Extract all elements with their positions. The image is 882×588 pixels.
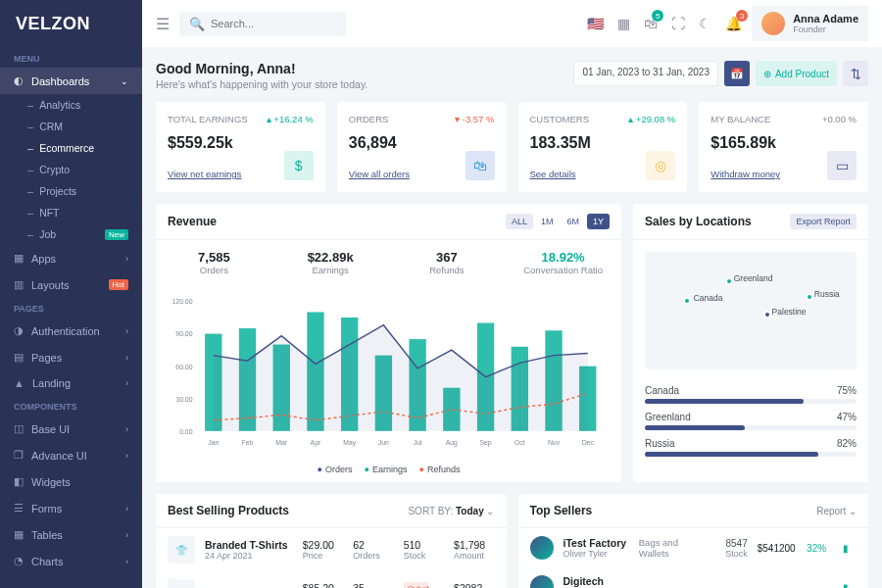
seller-logo [530, 575, 554, 588]
tab-1y[interactable]: 1Y [587, 214, 610, 229]
bestselling-card: Best Selling Products SORT BY: Today ⌄ 👕… [156, 494, 507, 588]
date-range[interactable]: 01 Jan, 2023 to 31 Jan, 2023 [573, 61, 718, 86]
locations-card: Sales by Locations Export Report Greenla… [633, 204, 868, 482]
kpi-link[interactable]: View all orders [349, 169, 410, 179]
kpi-card: ORDERS▾ -3.57 % 36,894 View all orders 🛍 [337, 102, 507, 192]
cart-icon[interactable]: 🛍5 [644, 16, 658, 31]
stack-icon: ◫ [14, 422, 24, 435]
sidebar-item-crypto[interactable]: –Crypto [0, 159, 142, 180]
kpi-value: $559.25k [168, 134, 314, 152]
tab-6m[interactable]: 6M [561, 214, 585, 229]
greeting-sub: Here's what's happening with your store … [156, 78, 368, 90]
kpi-card: TOTAL EARNINGS▴ +16.24 % $559.25k View n… [156, 102, 325, 192]
svg-text:Apr: Apr [311, 439, 321, 447]
sidebar-baseui[interactable]: ◫Base UI› [0, 416, 142, 442]
flag-icon[interactable]: 🇺🇸 [587, 16, 604, 31]
svg-text:120.00: 120.00 [172, 298, 193, 305]
calendar-button[interactable]: 📅 [724, 61, 750, 86]
sidebar-advanceui[interactable]: ❒Advance UI› [0, 442, 142, 468]
export-report-button[interactable]: Export Report [790, 214, 857, 229]
svg-text:Mar: Mar [275, 439, 288, 446]
sidebar-widgets[interactable]: ◧Widgets [0, 468, 142, 495]
svg-text:90.00: 90.00 [175, 330, 192, 337]
pages-icon: ▤ [14, 351, 24, 364]
grid-icon: ▦ [14, 252, 24, 265]
kpi-icon: 🛍 [466, 151, 495, 180]
kpi-link[interactable]: Withdraw money [710, 169, 780, 179]
user-menu[interactable]: Anna Adame Founder [752, 6, 868, 41]
kpi-label: MY BALANCE [710, 114, 770, 124]
revenue-card: Revenue ALL 1M 6M 1Y 7,585Orders$22.89kE… [156, 204, 621, 482]
gauge-icon: ◐ [14, 74, 24, 87]
seller-row[interactable]: Digitech Galaxy ▮ [518, 567, 869, 588]
add-product-button[interactable]: ⊕Add Product [756, 61, 837, 86]
sidebar-layouts[interactable]: ▥LayoutsHot [0, 271, 142, 298]
revenue-chart: 0.0030.0060.0090.00120.00JanFebMarAprMay… [156, 285, 621, 461]
sidebar-item-analytics[interactable]: –Analytics [0, 94, 142, 116]
user-name: Anna Adame [793, 13, 858, 24]
sidebar-item-crm[interactable]: –CRM [0, 116, 142, 137]
plus-icon: ⊕ [763, 69, 771, 79]
seller-row[interactable]: iTest FactoryOliver Tyler Bags and Walle… [518, 528, 869, 567]
product-thumb: 👕 [168, 536, 195, 564]
product-row[interactable]: 👕 Branded T-Shirts24 Apr 2021 $29.00Pric… [156, 528, 507, 571]
svg-text:0.00: 0.00 [179, 428, 193, 435]
apps-icon[interactable]: ▦ [617, 16, 630, 31]
layers-icon: ❒ [14, 449, 24, 462]
topsellers-card: Top Sellers Report ⌄ iTest FactoryOliver… [518, 494, 869, 588]
revenue-stat: $22.89kEarnings [272, 250, 389, 275]
sidebar-charts[interactable]: ◔Charts› [0, 548, 142, 574]
moon-icon[interactable]: ☾ [699, 16, 711, 31]
sidebar-item-ecommerce[interactable]: –Ecommerce [0, 137, 142, 159]
kpi-label: TOTAL EARNINGS [168, 114, 248, 124]
bell-badge: 3 [736, 10, 748, 22]
sidebar-section-menu: MENU [0, 48, 142, 68]
widget-icon: ◧ [14, 475, 24, 488]
tab-all[interactable]: ALL [506, 214, 533, 229]
hamburger-icon[interactable]: ☰ [156, 15, 170, 33]
sidebar-item-job[interactable]: –JobNew [0, 223, 142, 245]
sidebar-authentication[interactable]: ◑Authentication› [0, 318, 142, 344]
sidebar-item-projects[interactable]: –Projects [0, 180, 142, 202]
kpi-value: $165.89k [710, 134, 857, 152]
locations-title: Sales by Locations [645, 215, 752, 228]
kpi-icon: ▭ [827, 151, 857, 180]
sort-by-dropdown[interactable]: SORT BY: Today ⌄ [408, 506, 494, 516]
sidebar-item-nft[interactable]: –NFT [0, 202, 142, 223]
badge-new: New [105, 229, 128, 240]
kpi-link[interactable]: View net earnings [168, 169, 241, 179]
layout-icon: ▥ [14, 278, 24, 291]
chart-legend: Orders Earnings Refunds [156, 461, 621, 482]
brand-logo: VELZON [0, 0, 142, 48]
options-button[interactable]: ⇅ [843, 61, 868, 86]
revenue-stat: 7,585Orders [156, 250, 272, 275]
svg-text:Dec: Dec [582, 439, 595, 446]
revenue-title: Revenue [168, 215, 217, 228]
sidebar-section-components: COMPONENTS [0, 396, 142, 416]
report-link[interactable]: Report ⌄ [816, 506, 857, 516]
tab-1m[interactable]: 1M [535, 214, 560, 229]
fullscreen-icon[interactable]: ⛶ [671, 16, 685, 31]
badge-hot: Hot [109, 279, 128, 290]
chevron-right-icon: › [125, 254, 128, 264]
world-map: Greenland Canada Russia Palestine [645, 252, 857, 369]
svg-text:Nov: Nov [548, 439, 561, 446]
kpi-link[interactable]: See details [530, 169, 576, 179]
sidebar-tables[interactable]: ▦Tables› [0, 521, 142, 548]
search-field[interactable] [211, 18, 336, 29]
sidebar-apps[interactable]: ▦Apps› [0, 245, 142, 271]
search-input[interactable]: 🔍 [179, 12, 346, 36]
chevron-down-icon: ⌄ [121, 76, 128, 86]
revenue-stat: 367Refunds [389, 250, 506, 275]
location-row: Greenland47% [645, 412, 857, 430]
sidebar-pages[interactable]: ▤Pages› [0, 344, 142, 370]
search-icon: 🔍 [189, 17, 205, 31]
user-icon: ◑ [14, 324, 24, 337]
bell-icon[interactable]: 🔔3 [725, 16, 742, 31]
kpi-pct: ▾ -3.57 % [455, 114, 494, 124]
sidebar-forms[interactable]: ☰Forms› [0, 495, 142, 521]
sidebar-landing[interactable]: ▲Landing› [0, 370, 142, 396]
product-row[interactable]: 👕 Bentwood Chair $85.20Price 35Orders Ou… [156, 571, 507, 588]
sidebar-dashboards[interactable]: ◐ Dashboards ⌄ [0, 68, 142, 94]
kpi-pct: ▴ +16.24 % [267, 114, 314, 124]
